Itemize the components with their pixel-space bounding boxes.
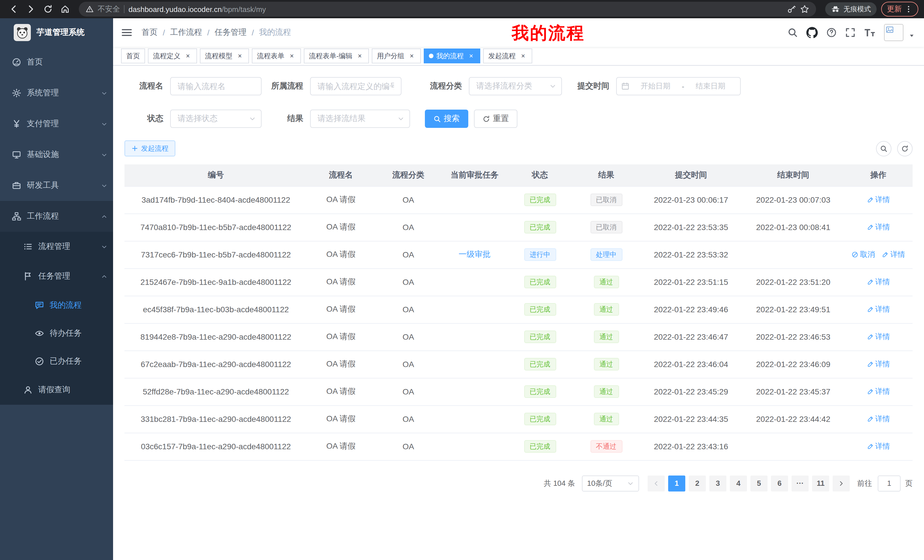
help-icon[interactable] (826, 27, 837, 38)
close-icon[interactable]: × (408, 52, 416, 60)
cell-status: 已完成 (507, 186, 573, 214)
github-icon[interactable] (806, 27, 818, 38)
category-select[interactable]: 请选择流程分类 (469, 77, 562, 95)
detail-action-link[interactable]: 详情 (867, 386, 890, 397)
status-select-placeholder: 请选择状态 (178, 114, 218, 124)
reset-button[interactable]: 重置 (474, 109, 518, 128)
cancel-action-link[interactable]: 取消 (852, 250, 875, 260)
page-number-11[interactable]: 11 (812, 475, 829, 491)
sidebar-item-dev-tools[interactable]: 研发工具 (0, 170, 113, 201)
address-bar[interactable]: 不安全 dashboard.yudao.iocoder.cn/bpm/task/… (79, 2, 816, 16)
sidebar-item-infrastructure[interactable]: 基础设施 (0, 139, 113, 170)
close-icon[interactable]: × (519, 52, 527, 60)
start-date-input[interactable]: 开始日期 (630, 81, 681, 91)
current-task-link[interactable]: 一级审批 (459, 250, 490, 259)
sidebar-item-done-task[interactable]: 已办任务 (0, 347, 113, 375)
breadcrumb-item-task-management[interactable]: 任务管理 (215, 27, 247, 38)
bookmark-star-icon[interactable] (800, 4, 809, 14)
tab-user-group[interactable]: 用户分组× (372, 48, 421, 63)
eye-icon (34, 328, 45, 338)
sidebar-item-label: 流程管理 (38, 241, 96, 252)
hamburger-icon[interactable] (121, 27, 132, 38)
cell-category: OA (375, 378, 442, 405)
detail-action-link[interactable]: 详情 (867, 441, 890, 452)
reload-icon (44, 4, 52, 14)
detail-action-link[interactable]: 详情 (867, 359, 890, 369)
submit-time-range-picker[interactable]: 开始日期 - 结束日期 (616, 77, 741, 95)
sidebar-item-system-management[interactable]: 系统管理 (0, 78, 113, 108)
cell-end_time: 2022-01-22 23:49:51 (742, 296, 844, 323)
fullscreen-icon[interactable] (845, 27, 855, 38)
refresh-table-button[interactable] (897, 141, 913, 156)
page-ellipsis[interactable]: ··· (792, 475, 808, 491)
edit-icon (867, 361, 873, 368)
cell-result: 通过 (573, 378, 640, 405)
cell-result: 通过 (573, 296, 640, 323)
result-select[interactable]: 请选择流结果 (310, 109, 410, 128)
user-avatar[interactable] (884, 24, 903, 41)
close-icon[interactable]: × (288, 52, 296, 60)
tab-process-definition[interactable]: 流程定义× (148, 48, 197, 63)
next-page-button[interactable] (832, 475, 850, 491)
search-button[interactable]: 搜索 (425, 109, 468, 128)
tab-my-process[interactable]: 我的流程× (424, 48, 480, 63)
sidebar-item-todo-task[interactable]: 待办任务 (0, 319, 113, 347)
goto-page-input[interactable] (878, 475, 901, 491)
prev-page-button[interactable] (648, 475, 665, 491)
page-size-select[interactable]: 10条/页 (582, 475, 639, 491)
page-number-5[interactable]: 5 (750, 475, 768, 491)
sidebar-item-process-management[interactable]: 流程管理 (0, 232, 113, 262)
cell-task (442, 268, 507, 296)
forward-button[interactable] (23, 1, 39, 17)
detail-action-link[interactable]: 详情 (867, 414, 890, 424)
close-icon[interactable]: × (236, 52, 244, 60)
home-button[interactable] (57, 1, 73, 17)
address-divider (124, 5, 124, 13)
sidebar-item-leave-query[interactable]: 请假查询 (0, 375, 113, 405)
tab-process-form-edit[interactable]: 流程表单-编辑× (304, 48, 369, 63)
search-icon[interactable] (788, 27, 798, 38)
status-select[interactable]: 请选择状态 (170, 109, 261, 128)
close-icon[interactable]: × (356, 52, 364, 60)
breadcrumb-item-workflow[interactable]: 工作流程 (170, 27, 202, 38)
process-id-input[interactable] (310, 77, 402, 95)
breadcrumb-item-home[interactable]: 首页 (142, 27, 158, 38)
tab-home[interactable]: 首页 (121, 48, 145, 63)
reload-button[interactable] (40, 1, 56, 17)
page-number-4[interactable]: 4 (730, 475, 747, 491)
tab-process-form[interactable]: 流程表单× (252, 48, 301, 63)
end-date-input[interactable]: 结束日期 (685, 81, 735, 91)
tab-start-process[interactable]: 发起流程× (483, 48, 532, 63)
sidebar-item-home[interactable]: 首页 (0, 47, 113, 78)
close-icon[interactable]: × (467, 52, 475, 60)
main-area: 首页 / 工作流程 / 任务管理 / 我的流程 我的流程 (113, 18, 924, 560)
page-number-6[interactable]: 6 (771, 475, 788, 491)
page-number-2[interactable]: 2 (689, 475, 706, 491)
sidebar-item-workflow[interactable]: 工作流程 (0, 201, 113, 232)
page-number-3[interactable]: 3 (709, 475, 726, 491)
kebab-menu-icon[interactable] (904, 5, 913, 13)
detail-action-link[interactable]: 详情 (867, 332, 890, 342)
caret-down-icon[interactable] (909, 33, 915, 39)
process-name-input[interactable] (170, 77, 261, 95)
close-icon[interactable]: × (184, 52, 192, 60)
font-size-icon[interactable] (864, 27, 876, 38)
sidebar-item-task-management[interactable]: 任务管理 (0, 262, 113, 291)
sidebar-item-label: 支付管理 (27, 119, 96, 129)
toggle-search-button[interactable] (876, 141, 891, 156)
detail-action-link[interactable]: 详情 (882, 250, 905, 260)
detail-action-link[interactable]: 详情 (867, 277, 890, 287)
detail-action-link[interactable]: 详情 (867, 195, 890, 205)
start-process-button[interactable]: 发起流程 (124, 141, 176, 156)
tabs-bar: 首页流程定义×流程模型×流程表单×流程表单-编辑×用户分组×我的流程×发起流程× (113, 47, 924, 66)
page-number-1[interactable]: 1 (668, 475, 685, 491)
update-button[interactable]: 更新 (881, 2, 918, 16)
tab-process-model[interactable]: 流程模型× (200, 48, 249, 63)
detail-action-link[interactable]: 详情 (867, 304, 890, 314)
back-button[interactable] (6, 1, 22, 17)
sidebar-item-my-process[interactable]: 我的流程 (0, 291, 113, 319)
detail-action-link[interactable]: 详情 (867, 222, 890, 232)
password-key-icon[interactable] (787, 4, 796, 14)
sidebar-item-payment-management[interactable]: 支付管理 (0, 108, 113, 139)
app-logo[interactable]: 芋道管理系统 (0, 18, 113, 47)
